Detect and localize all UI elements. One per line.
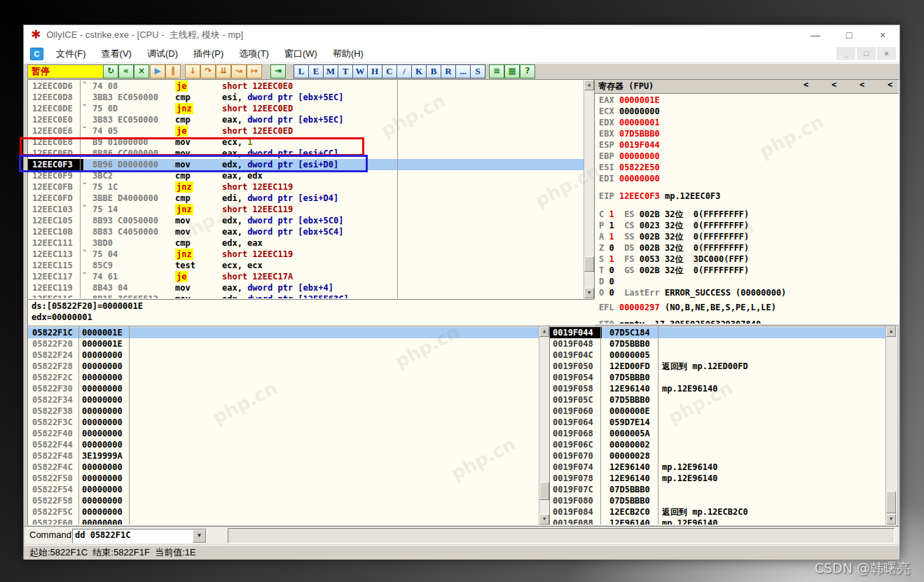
registers-pane[interactable]: 寄存器 (FPU) <<<< EAX 0000001EECX 00000000E… (594, 79, 899, 324)
registers-collapse-button[interactable]: < (804, 80, 808, 90)
disasm-row[interactable]: 12EEC117ˇ74 61jeshort 12EEC17A (28, 271, 584, 282)
handles-button[interactable]: H (367, 64, 382, 78)
register-line[interactable]: A 1 SS 002B 32位 0(FFFFFFFF) (599, 231, 749, 242)
command-input[interactable]: dd 05822F1C ▼ (72, 529, 207, 543)
disasm-row[interactable]: 12EEC1058B93 C0050000movedx, dword ptr [… (28, 215, 584, 226)
scroll-up-button[interactable]: ▲ (886, 326, 896, 337)
memory-map-button[interactable]: M (323, 64, 338, 78)
step-back-button[interactable]: « (118, 64, 134, 78)
register-line[interactable]: EDX 00000001 (599, 117, 660, 128)
dump-row[interactable]: 05822F3C00000000 (28, 417, 539, 428)
disasm-row[interactable]: 12EEC0FBˇ75 1Cjnzshort 12EEC119 (28, 181, 584, 193)
stack-pane[interactable]: 0019F04407D5C1840019F04807D5BBB00019F04C… (549, 326, 897, 525)
dump-row[interactable]: 05822F200000001E (28, 338, 539, 349)
disasm-row[interactable]: 12EEC0F38B96 D0000000movedx, dword ptr [… (28, 159, 584, 170)
register-line[interactable]: EDI 00000000 (599, 173, 660, 184)
menu-item-v[interactable]: 查看(V) (94, 48, 139, 59)
registers-collapse-button[interactable]: < (832, 80, 836, 90)
disassembly-scrollbar[interactable]: ▲▼ (584, 80, 594, 298)
dump-row[interactable]: 05822F4000000000 (28, 428, 539, 439)
patches-button[interactable]: / (397, 64, 412, 78)
mdi-restore-button[interactable]: □ (857, 47, 876, 60)
animate-into-button[interactable]: ⇊ (216, 64, 231, 78)
disasm-row[interactable]: 12EEC1113BD0cmpedx, eax (28, 237, 584, 249)
register-line[interactable]: EBX 07D5BBB0 (599, 128, 660, 139)
animate-over-button[interactable]: ↝ (231, 64, 247, 78)
source-button[interactable]: S (470, 64, 485, 78)
disasm-row[interactable]: 12EEC0ED8B86 CC000000moveax, dword ptr [… (28, 148, 584, 159)
stack-scrollbar[interactable]: ▲▼ (885, 326, 896, 525)
dump-row[interactable]: 05822F2C00000000 (28, 372, 539, 383)
cpu-document-icon[interactable]: C (30, 48, 43, 60)
minimize-button[interactable]: — (799, 25, 832, 45)
register-line[interactable]: C 1 ES 002B 32位 0(FFFFFFFF) (599, 209, 749, 220)
references-button[interactable]: R (441, 64, 456, 78)
info-pane[interactable]: ds:[05822F20]=0000001Eedx=00000001 (27, 299, 595, 326)
go-to-address-button[interactable]: ⇥ (270, 64, 286, 78)
threads-button[interactable]: T (338, 64, 353, 78)
menu-item-t[interactable]: 选项(T) (231, 48, 277, 59)
menu-item-h[interactable]: 帮助(H) (325, 48, 371, 59)
disasm-row[interactable]: 12EEC103ˇ75 14jnzshort 12EEC119 (28, 204, 584, 215)
disasm-row[interactable]: 12EEC0D6ˇ74 08jeshort 12EEC0E0 (28, 81, 584, 92)
disasm-row[interactable]: 12EEC0E6ˇ74 05jeshort 12EEC0ED (28, 125, 584, 137)
help-button[interactable]: ? (520, 64, 535, 78)
register-line[interactable]: ECX 00000000 (599, 106, 660, 117)
close-program-button[interactable]: × (134, 64, 149, 78)
breakpoints-button[interactable]: B (426, 64, 441, 78)
dump-row[interactable]: 05822F4400000000 (28, 439, 539, 450)
pause-program-button[interactable]: ‖ (165, 64, 181, 78)
disasm-row[interactable]: 12EEC0D83BB3 EC050000cmpesi, dword ptr [… (28, 92, 584, 103)
mdi-minimize-button[interactable]: _ (836, 47, 855, 60)
combo-dropdown-icon[interactable]: ▼ (193, 529, 206, 543)
disasm-row[interactable]: 12EEC11585C9testecx, ecx (28, 260, 584, 271)
register-line[interactable]: EFL 00000297 (NO,B,NE,BE,S,PE,L,LE) (599, 302, 776, 313)
call-stack-button[interactable]: K (411, 64, 427, 78)
maximize-button[interactable]: □ (832, 25, 866, 45)
scroll-down-button[interactable]: ▼ (584, 288, 594, 298)
dump-row[interactable]: 05822F4C00000000 (28, 462, 539, 473)
register-line[interactable]: EIP 12EEC0F3 mp.12EEC0F3 (599, 190, 720, 202)
register-line[interactable]: Z 0 DS 002B 32位 0(FFFFFFFF) (599, 242, 749, 254)
register-line[interactable]: ESI 05822E50 (599, 162, 660, 173)
scroll-down-button[interactable]: ▼ (539, 514, 549, 525)
windows-button[interactable]: W (352, 64, 368, 78)
column-separator[interactable] (658, 326, 658, 525)
scroll-thumb[interactable] (539, 482, 549, 500)
scroll-thumb[interactable] (584, 256, 594, 272)
scroll-up-button[interactable]: ▲ (539, 326, 549, 337)
disasm-row[interactable]: 12EEC11C8B15 3CE6E512movedx, dword ptr [… (28, 293, 584, 299)
dump-row[interactable]: 05822F483E19999A (28, 450, 539, 462)
register-line[interactable]: EAX 0000001E (599, 95, 660, 106)
dump-row[interactable]: 05822F5000000000 (28, 473, 539, 484)
menu-item-f[interactable]: 文件(F) (48, 48, 94, 59)
dump-row[interactable]: 05822F2400000000 (28, 349, 539, 361)
register-line[interactable]: ST0 empty -17.395502506329307840 (599, 319, 761, 324)
column-separator[interactable] (600, 326, 601, 525)
column-separator[interactable] (397, 80, 398, 298)
dump-row[interactable]: 05822F2800000000 (28, 361, 539, 372)
dump-row[interactable]: 05822F6000000000 (28, 518, 539, 525)
memory-dump-pane[interactable]: 05822F1C0000001E05822F200000001E05822F24… (27, 326, 550, 525)
dump-row[interactable]: 05822F3000000000 (28, 383, 539, 394)
mdi-close-button[interactable]: × (877, 47, 896, 60)
disasm-row[interactable]: 12EEC0E8B9 01000000movecx, 1 (28, 137, 584, 148)
register-line[interactable]: P 1 CS 0023 32位 0(FFFFFFFF) (599, 220, 749, 231)
dump-row[interactable]: 05822F3800000000 (28, 406, 539, 417)
cpu-window-button[interactable]: C (382, 64, 397, 78)
menu-item-p[interactable]: 插件(P) (186, 48, 231, 59)
disasm-row[interactable]: 12EEC0FD3BBE D4000000cmpedi, dword ptr [… (28, 193, 584, 204)
dump-row[interactable]: 05822F5C00000000 (28, 506, 539, 518)
column-separator[interactable] (129, 326, 130, 525)
menu-item-d[interactable]: 调试(D) (139, 48, 186, 59)
dump-row[interactable]: 05822F3400000000 (28, 394, 539, 406)
register-line[interactable]: ESP 0019F044 (599, 139, 660, 151)
disasm-row[interactable]: 12EEC0DEˇ75 0Djnzshort 12EEC0ED (28, 103, 584, 114)
restart-button[interactable]: ↻ (103, 64, 118, 78)
disasm-row[interactable]: 12EEC0E03B83 EC050000cmpeax, dword ptr [… (28, 114, 584, 125)
disasm-row[interactable]: 12EEC0F93BC2cmpeax, edx (28, 170, 584, 181)
dump-row[interactable]: 05822F5400000000 (28, 484, 539, 495)
register-line[interactable]: EBP 00000000 (599, 151, 660, 162)
run-trace-button[interactable]: ... (455, 64, 471, 78)
executable-modules-button[interactable]: E (308, 64, 324, 78)
